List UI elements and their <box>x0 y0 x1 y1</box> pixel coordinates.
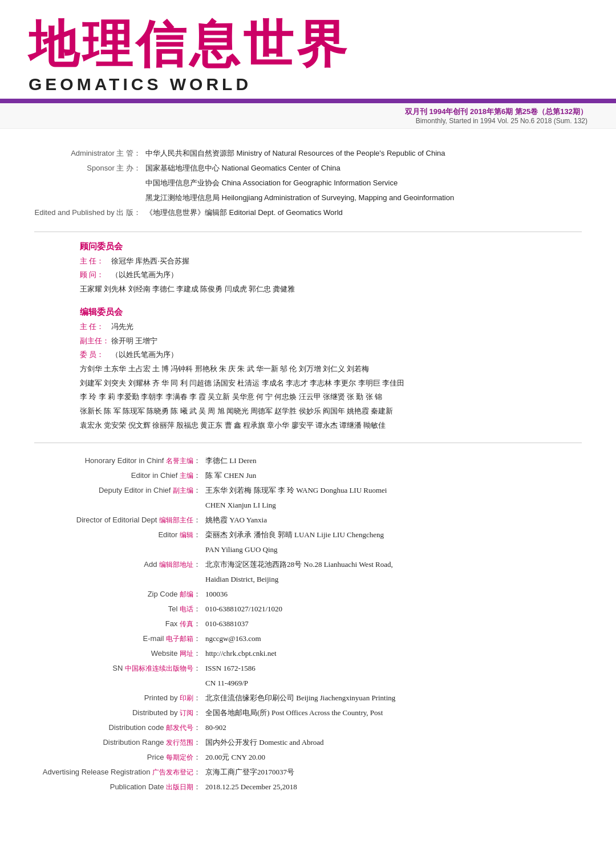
advisory-title: 顾问委员会 <box>80 241 582 252</box>
pub-date-value: 2018.12.25 December 25,2018 <box>205 780 582 794</box>
sn-label: SN 中国标准连续出版物号： <box>34 661 205 676</box>
published-value: 《地理信息世界》编辑部 Editorial Dept. of Geomatics… <box>145 205 343 220</box>
editor-chief-value: 陈 军 CHEN Jun <box>205 468 582 483</box>
editorial-chair-row: 主 任： 冯先光 <box>80 320 582 334</box>
administrator-row: Administrator 主 管： 中华人民共和国自然资源部 Ministry… <box>34 146 582 161</box>
email-row: E-mail 电子邮箱： ngccgw@163.com <box>34 631 582 646</box>
dist-code-row: Distribution code 邮发代号： 80-902 <box>34 720 582 735</box>
subtitle-bar: 双月刊 1994年创刊 2018年第6期 第25卷（总第132期） Bimont… <box>0 103 616 129</box>
editor-value: 栾丽杰 刘承承 潘怡良 郭晴 LUAN Lijie LIU Chengcheng… <box>205 528 582 557</box>
advisory-committee: 顾问委员会 主 任： 徐冠华 库热西·买合苏握 顾 问： （以姓氏笔画为序） 王… <box>80 241 582 297</box>
ad-label: Advertising Release Registration 广告发布登记： <box>34 765 205 780</box>
director-row: Director of Editorial Dept 编辑部主任： 姚艳霞 YA… <box>34 513 582 528</box>
advisory-note-row: 顾 问： （以姓氏笔画为序） <box>80 268 582 282</box>
title-chinese: 地理信息世界 <box>29 17 587 72</box>
dist-code-label: Distribution code 邮发代号： <box>34 720 205 735</box>
advisory-chair-row: 主 任： 徐冠华 库热西·买合苏握 <box>80 254 582 269</box>
deputy-editor-value: 王东华 刘若梅 陈现军 李 玲 WANG Donghua LIU Ruomei … <box>205 483 582 513</box>
fax-label: Fax 传真： <box>34 616 205 631</box>
zip-row: Zip Code 邮编： 100036 <box>34 587 582 602</box>
editorial-members: 方剑华 土东华 土占宏 土 博 冯钟科 邢艳秋 朱 庆 朱 武 华一新 邬 伦 … <box>80 362 582 432</box>
editorial-committee: 编辑委员会 主 任： 冯先光 副主任： 徐开明 王增宁 委 员： （以姓氏笔画为… <box>80 307 582 433</box>
ad-row: Advertising Release Registration 广告发布登记：… <box>34 765 582 780</box>
sponsor-block: Administrator 主 管： 中华人民共和国自然资源部 Ministry… <box>34 146 582 220</box>
tel-value: 010-63881027/1021/1020 <box>205 602 582 616</box>
zip-label: Zip Code 邮编： <box>34 587 205 602</box>
sponsor2-row: 中国地理信息产业协会 China Association for Geograp… <box>34 176 582 190</box>
editor-info: Honorary Editor in Chinf 名誉主编： 李德仁 LI De… <box>34 453 582 794</box>
dist-range-row: Distribution Range 发行范围： 国内外公开发行 Domesti… <box>34 735 582 750</box>
members-row-3: 李 玲 李 莉 李爱勤 李朝李 李满春 李 霞 吴立新 吴华意 何 宁 何忠焕 … <box>80 390 582 404</box>
dist-code-value: 80-902 <box>205 720 582 735</box>
dist-range-value: 国内外公开发行 Domestic and Abroad <box>205 735 582 750</box>
dist-range-label: Distribution Range 发行范围： <box>34 735 205 750</box>
distributed-label: Distributed by 订阅： <box>34 705 205 720</box>
administrator-value: 中华人民共和国自然资源部 Ministry of Natural Resourc… <box>145 146 445 161</box>
email-label: E-mail 电子邮箱： <box>34 631 205 646</box>
advisory-members: 王家耀 刘先林 刘经南 李德仁 李建成 陈俊勇 闫成虎 郭仁忠 龚健雅 <box>80 282 582 297</box>
honorary-row: Honorary Editor in Chinf 名誉主编： 李德仁 LI De… <box>34 453 582 468</box>
email-value: ngccgw@163.com <box>205 631 582 646</box>
tel-label: Tel 电话： <box>34 602 205 616</box>
members-row-2: 刘建军 刘突夫 刘耀林 齐 华 同 利 闫超德 汤国安 杜清运 李成名 李志才 … <box>80 376 582 391</box>
editorial-note-label: 委 员： <box>80 348 111 362</box>
editorial-title: 编辑委员会 <box>80 307 582 318</box>
printed-value: 北京佳流信缘彩色印刷公司 Beijing Jiachengxinyuan Pri… <box>205 691 582 705</box>
distributed-value: 全国各地邮电局(所) Post Offices Across the Count… <box>205 705 582 720</box>
members-row-5: 袁宏永 党安荣 倪文辉 徐丽萍 殷福忠 黄正东 曹 鑫 程承旗 章小华 廖安平 … <box>80 419 582 433</box>
editorial-deputy-label: 副主任： <box>80 334 111 348</box>
editorial-chair-value: 冯先光 <box>111 320 582 334</box>
tel-row: Tel 电话： 010-63881027/1021/1020 <box>34 602 582 616</box>
price-label: Price 每期定价： <box>34 750 205 765</box>
sponsor3-value: 黑龙江测绘地理信息局 Heilongjiang Administration o… <box>145 190 454 205</box>
website-value: http://chrk.cbpt.cnki.net <box>205 646 582 661</box>
distributed-row: Distributed by 订阅： 全国各地邮电局(所) Post Offic… <box>34 705 582 720</box>
zip-value: 100036 <box>205 587 582 602</box>
sponsor1-row: Sponsor 主 办： 国家基础地理信息中心 National Geomati… <box>34 161 582 176</box>
editorial-note-row: 委 员： （以姓氏笔画为序） <box>80 348 582 362</box>
advisory-chair-label: 主 任： <box>80 254 111 269</box>
main-content: Administrator 主 管： 中华人民共和国自然资源部 Ministry… <box>0 129 616 812</box>
add-row: Add 编辑部地址： 北京市海淀区莲花池西路28号 No.28 Lianhuac… <box>34 557 582 587</box>
editor-label: Editor 编辑： <box>34 528 205 542</box>
sponsor1-value: 国家基础地理信息中心 National Geomatics Center of … <box>145 161 341 176</box>
editor-chief-row: Editor in Chief 主编： 陈 军 CHEN Jun <box>34 468 582 483</box>
website-label: Website 网址： <box>34 646 205 661</box>
price-value: 20.00元 CNY 20.00 <box>205 750 582 765</box>
advisory-note-label: 顾 问： <box>80 268 111 282</box>
header: 地理信息世界 GEOMATICS WORLD <box>0 0 616 94</box>
subtitle-line2: Bimonthly, Started in 1994 Vol. 25 No.6 … <box>29 117 587 125</box>
editor-chief-label: Editor in Chief 主编： <box>34 468 205 483</box>
add-label: Add 编辑部地址： <box>34 557 205 572</box>
members-row-1: 方剑华 土东华 土占宏 土 博 冯钟科 邢艳秋 朱 庆 朱 武 华一新 邬 伦 … <box>80 362 582 376</box>
advisory-chair-value: 徐冠华 库热西·买合苏握 <box>111 254 582 269</box>
subtitle-line1: 双月刊 1994年创刊 2018年第6期 第25卷（总第132期） <box>29 107 587 117</box>
fax-value: 010-63881037 <box>205 616 582 631</box>
members-row-4: 张新长 陈 军 陈现军 陈晓勇 陈 曦 武 吴 周 旭 闻晓光 周德军 赵学胜 … <box>80 404 582 419</box>
price-row: Price 每期定价： 20.00元 CNY 20.00 <box>34 750 582 765</box>
purple-bar <box>0 99 616 103</box>
published-row: Edited and Published by 出 版： 《地理信息世界》编辑部… <box>34 205 582 220</box>
divider1 <box>34 232 582 232</box>
honorary-value: 李德仁 LI Deren <box>205 453 582 468</box>
editorial-note-value: （以姓氏笔画为序） <box>111 348 582 362</box>
printed-label: Printed by 印刷： <box>34 691 205 705</box>
divider2 <box>34 443 582 443</box>
sn-row: SN 中国标准连续出版物号： ISSN 1672-1586 CN 11-4969… <box>34 661 582 691</box>
editorial-deputy-row: 副主任： 徐开明 王增宁 <box>80 334 582 348</box>
editorial-deputy-value: 徐开明 王增宁 <box>111 334 582 348</box>
website-row: Website 网址： http://chrk.cbpt.cnki.net <box>34 646 582 661</box>
pub-date-row: Publication Date 出版日期： 2018.12.25 Decemb… <box>34 780 582 794</box>
sponsor2-value: 中国地理信息产业协会 China Association for Geograp… <box>145 176 398 190</box>
title-english: GEOMATICS WORLD <box>29 75 587 94</box>
printed-row: Printed by 印刷： 北京佳流信缘彩色印刷公司 Beijing Jiac… <box>34 691 582 705</box>
pub-date-label: Publication Date 出版日期： <box>34 780 205 794</box>
advisory-note-value: （以姓氏笔画为序） <box>111 268 582 282</box>
deputy-editor-label: Deputy Editor in Chief 副主编： <box>34 483 205 498</box>
sn-value: ISSN 1672-1586 CN 11-4969/P <box>205 661 582 691</box>
editor-row: Editor 编辑： 栾丽杰 刘承承 潘怡良 郭晴 LUAN Lijie LIU… <box>34 528 582 557</box>
fax-row: Fax 传真： 010-63881037 <box>34 616 582 631</box>
sponsor3-row: 黑龙江测绘地理信息局 Heilongjiang Administration o… <box>34 190 582 205</box>
ad-value: 京海工商广登字20170037号 <box>205 765 582 780</box>
director-label: Director of Editorial Dept 编辑部主任： <box>34 513 205 528</box>
